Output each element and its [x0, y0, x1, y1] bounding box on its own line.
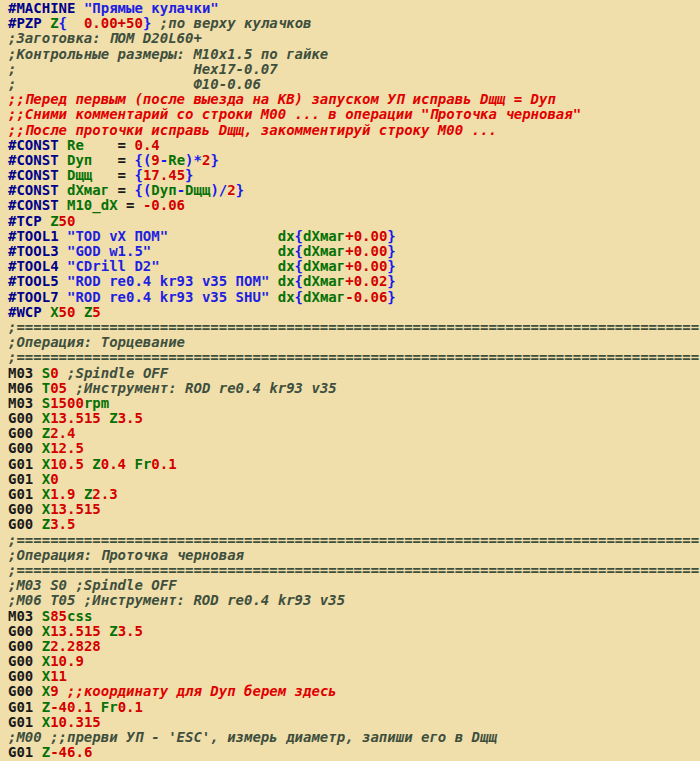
code-token-n: 2.2828 [50, 638, 101, 654]
code-token-n: -46.6 [50, 744, 92, 760]
code-token-dir: #CONST [8, 137, 59, 153]
code-token-t [33, 440, 41, 456]
code-token-c: ;Операция: Торцевание [8, 334, 185, 350]
code-token-n: 13.515 [50, 623, 101, 639]
code-token-w: X [42, 501, 50, 517]
code-token-dir: #WCP [8, 304, 42, 320]
code-token-c: ;M06 T05 ;Инструмент: ROD re0.4 kr93 v35 [8, 592, 345, 608]
code-token-b: {( [134, 152, 151, 168]
code-token-b: { [295, 289, 303, 305]
code-token-n: 11 [50, 668, 67, 684]
code-token-w: Z [42, 425, 50, 441]
code-token-n: 50 [59, 213, 76, 229]
code-token-w: Fr [101, 699, 118, 715]
code-token-t [42, 15, 50, 31]
code-line: #CONST Dщщ = {17.45} [8, 168, 700, 183]
code-line: M03 S1500rpm [8, 396, 700, 411]
code-token-t [42, 213, 50, 229]
code-token-t [92, 699, 100, 715]
code-token-t [59, 258, 67, 274]
code-token-rc: ;;После проточки исправь Dщщ, закомменти… [8, 122, 497, 138]
code-token-b: } [185, 167, 193, 183]
code-token-t [33, 471, 41, 487]
code-line: G00 X13.515 Z3.5 [8, 411, 700, 426]
code-token-t [59, 243, 67, 259]
code-token-c: ;=======================================… [8, 562, 699, 578]
code-token-w: X [50, 304, 58, 320]
code-token-rc: ;;Сними комментарий со строки M00 ... в … [8, 106, 581, 122]
code-token-w: dx [278, 289, 295, 305]
code-token-w: dx [278, 243, 295, 259]
code-token-w: X [42, 623, 50, 639]
code-token-b: } [387, 258, 395, 274]
code-token-w: Re [67, 137, 84, 153]
code-token-n: 2.3 [92, 486, 117, 502]
code-token-w: dx [278, 258, 295, 274]
code-token-b: { [59, 15, 67, 31]
code-token-w: Dуп [67, 152, 92, 168]
code-token-w: dXмаг [303, 289, 345, 305]
code-token-w: Z [109, 410, 117, 426]
code-token-w: Z [42, 516, 50, 532]
code-token-w: Z [109, 623, 117, 639]
code-editor[interactable]: #MACHINE "Прямые кулачки"#PZP Z{ 0.00+50… [0, 0, 700, 761]
code-token-t [151, 15, 159, 31]
code-token-dir: #TOOL4 [8, 258, 59, 274]
code-token-w: rpm [84, 395, 109, 411]
code-token-b: )* [185, 152, 202, 168]
code-token-b: { [134, 167, 142, 183]
code-token-c: ;=======================================… [8, 319, 699, 335]
code-token-dir: #TOOL1 [8, 228, 59, 244]
code-token-n: -40.1 [50, 699, 92, 715]
code-line: ;=======================================… [8, 350, 700, 365]
code-token-t [33, 699, 41, 715]
code-token-g: G01 [8, 699, 33, 715]
code-token-n: 0 [50, 471, 58, 487]
code-token-w: Dщщ [185, 182, 210, 198]
code-line: M03 S0 ;Spindle OFF [8, 366, 700, 381]
code-token-dir: #MACHINE [8, 0, 75, 16]
code-token-b: { [295, 273, 303, 289]
code-token-t [269, 273, 277, 289]
code-token-g: G00 [8, 501, 33, 517]
code-line: ;M06 T05 ;Инструмент: ROD re0.4 kr93 v35 [8, 593, 700, 608]
code-token-g: M03 [8, 365, 33, 381]
code-token-g: G00 [8, 425, 33, 441]
code-token-b: - [177, 182, 185, 198]
code-token-w: dXмаг [67, 182, 109, 198]
code-line: M03 S85css [8, 609, 700, 624]
code-token-eq: = [118, 152, 126, 168]
code-token-t [168, 228, 278, 244]
code-token-t [151, 243, 277, 259]
code-line: #TOOL5 "ROD re0.4 kr93 v35 ПОМ" dx{dXмаг… [8, 274, 700, 289]
code-token-w: S [42, 395, 50, 411]
code-token-c: ;Контрольные размеры: M10x1.5 по гайке [8, 46, 328, 62]
code-token-n: 0.4 [134, 137, 159, 153]
code-token-t [101, 623, 109, 639]
code-token-t [33, 714, 41, 730]
code-token-n: +0.00 [345, 258, 387, 274]
code-token-dir: #CONST [8, 197, 59, 213]
code-token-t [75, 0, 83, 16]
code-token-n: 85 [50, 608, 67, 624]
code-token-s: "TOD vX ПОМ" [67, 228, 168, 244]
code-token-t [59, 289, 67, 305]
code-token-w: X [42, 668, 50, 684]
code-token-b: {( [134, 182, 151, 198]
code-line: G00 X13.515 Z3.5 [8, 624, 700, 639]
code-token-n: +0.00 [345, 243, 387, 259]
code-token-t [33, 486, 41, 502]
code-token-w: dXмаг [303, 258, 345, 274]
code-line: G01 X1.9 Z2.3 [8, 487, 700, 502]
code-token-c: ;M00 ;;прерви УП - 'ESC', измерь диаметр… [8, 729, 497, 745]
code-token-eq: = [118, 167, 126, 183]
code-line: #TOOL1 "TOD vX ПОМ" dx{dXмаг+0.00} [8, 229, 700, 244]
code-token-s: "ROD re0.4 kr93 v35 SHU" [67, 289, 269, 305]
code-token-n: 0.1 [118, 699, 143, 715]
code-token-n: -0.06 [345, 289, 387, 305]
code-token-w: Z [42, 744, 50, 760]
code-token-w: Z [42, 699, 50, 715]
code-token-b: - [160, 152, 168, 168]
code-line: ;=======================================… [8, 533, 700, 548]
code-token-b: } [387, 273, 395, 289]
